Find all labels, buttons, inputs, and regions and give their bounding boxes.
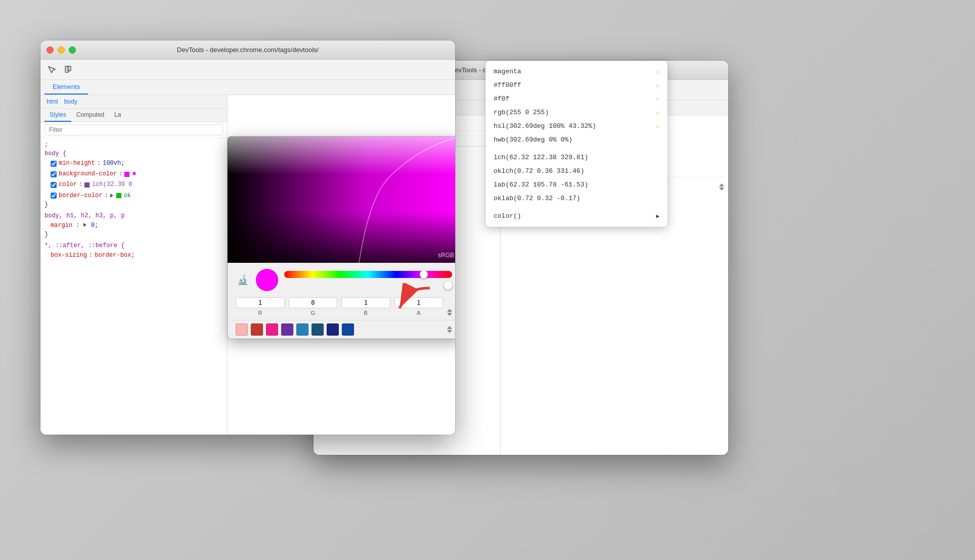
selector-body: body { (45, 150, 223, 157)
spin-up-back[interactable] (719, 183, 724, 186)
prop-name-min-height: min-height (59, 159, 95, 168)
format-item-color[interactable]: color() ▶ (485, 209, 668, 223)
label-r: R (258, 310, 262, 316)
swatch-2[interactable] (266, 323, 278, 336)
close-brace-body: } (45, 201, 223, 208)
checkbox-bg-color[interactable] (51, 171, 57, 177)
swatch-0[interactable] (236, 323, 248, 336)
rgba-field-r: R (236, 297, 285, 316)
checkbox-min-height[interactable] (51, 161, 57, 167)
format-item-hsl[interactable]: hsl(302.69deg 100% 43.32%) ⚠ (485, 119, 668, 133)
semicolon-separator: ; (45, 141, 223, 148)
subtab-computed[interactable]: Computed (71, 109, 109, 122)
prop-value-min-height: 100vh; (103, 159, 124, 168)
spin-down-swatches[interactable] (447, 330, 452, 333)
tabs-front: Elements (40, 80, 455, 95)
format-item-magenta[interactable]: magenta ⚠ (485, 65, 668, 78)
prop-border-color: border-color : ok (45, 191, 223, 201)
swatch-1[interactable] (251, 323, 263, 336)
minimize-button-front[interactable] (58, 46, 65, 54)
swatches-row (228, 320, 455, 339)
css-rules: ; body { min-height : 100vh; (40, 138, 227, 435)
format-item-lab[interactable]: lab(62.32 105.78 -61.53) (485, 178, 668, 192)
spin-down-back[interactable] (719, 188, 724, 191)
devtools-window-front: DevTools - developer.chrome.com/tags/dev… (40, 40, 455, 435)
toolbar-front (40, 60, 455, 80)
prop-value-color: lch(32.39 0 (92, 180, 132, 190)
prop-name-color: color (59, 180, 77, 190)
format-label-hwb: hwb(302.69deg 0% 0%) (494, 136, 572, 144)
input-b[interactable] (341, 297, 390, 308)
rgba-spinner[interactable] (447, 309, 452, 316)
warn-icon-f0f: ⚠ (656, 95, 659, 103)
device-icon-front[interactable] (61, 63, 75, 77)
prop-color: color : lch(32.39 0 (45, 179, 223, 190)
format-label-magenta: magenta (494, 68, 521, 75)
warn-icon-ff00ff: ⚠ (656, 81, 659, 89)
eyedropper-button[interactable]: 🔬 (236, 273, 250, 287)
selector-star: *, ::after, ::before { (45, 242, 223, 249)
format-item-rgb[interactable]: rgb(255 0 255) ⚠ (485, 106, 668, 119)
spin-up-rgba[interactable] (447, 309, 452, 312)
format-gap (485, 147, 668, 151)
inspect-icon-front[interactable] (45, 63, 59, 77)
swatch-3[interactable] (281, 323, 293, 336)
close-button-front[interactable] (47, 46, 54, 54)
prop-name-bg-color: background-color (59, 169, 117, 179)
format-arrow-color: ▶ (656, 213, 659, 219)
swatch-5[interactable] (312, 323, 324, 336)
format-item-oklab[interactable]: oklab(0.72 0.32 -0.17) (485, 192, 668, 205)
color-preview (256, 269, 278, 291)
format-item-hwb[interactable]: hwb(302.69deg 0% 0%) (485, 133, 668, 147)
format-label-lab: lab(62.32 105.78 -61.53) (494, 181, 588, 189)
subtab-layout[interactable]: La (109, 109, 126, 122)
spin-down-rgba[interactable] (447, 313, 452, 316)
format-label-oklch: oklch(0.72 0.36 331.46) (494, 167, 584, 175)
checkbox-border-color[interactable] (51, 193, 57, 199)
checkbox-color[interactable] (51, 182, 57, 188)
hue-thumb[interactable] (420, 270, 428, 278)
swatch-7[interactable] (342, 323, 354, 336)
breadcrumb-bar: html body (40, 95, 227, 109)
red-arrow-svg (394, 283, 435, 313)
rgba-field-b: B (341, 297, 390, 316)
breadcrumb-html[interactable]: html (45, 97, 60, 106)
css-rule-headings: body, h1, h2, h3, p, p margin : 0; } (45, 212, 223, 238)
breadcrumb-body[interactable]: body (62, 97, 79, 106)
swatch-4[interactable] (296, 323, 308, 336)
format-item-f0f[interactable]: #f0f ⚠ (485, 92, 668, 106)
filter-input[interactable] (45, 124, 223, 135)
color-swatch-lch[interactable] (84, 182, 90, 188)
input-r[interactable] (236, 297, 285, 308)
spin-up-swatches[interactable] (447, 326, 452, 329)
srgb-label: sRGB (438, 252, 454, 259)
format-item-ff00ff[interactable]: #ff00ff ⚠ (485, 78, 668, 92)
format-item-oklch[interactable]: oklch(0.72 0.36 331.46) (485, 164, 668, 178)
format-label-color: color() (494, 212, 521, 220)
alpha-thumb[interactable] (444, 282, 452, 290)
close-brace-headings: } (45, 231, 223, 238)
titlebar-front: DevTools - developer.chrome.com/tags/dev… (40, 40, 455, 60)
back-swatch-spinner[interactable] (719, 183, 724, 191)
prop-name-margin: margin (51, 222, 72, 229)
prop-box-sizing: box-sizing : border-box; (45, 250, 223, 261)
format-item-lch[interactable]: lch(62.32 122.38 329.81) (485, 151, 668, 164)
tab-elements-front[interactable]: Elements (45, 80, 88, 95)
prop-min-height: min-height : 100vh; (45, 158, 223, 169)
prop-name-border-color: border-color (59, 191, 102, 201)
css-rule-body: body { min-height : 100vh; backgrou (45, 150, 223, 208)
swatch-6[interactable] (327, 323, 339, 336)
window-controls-front[interactable] (47, 46, 76, 54)
triangle-margin[interactable] (83, 223, 86, 227)
hue-slider[interactable] (284, 271, 452, 278)
color-swatch-bg[interactable] (124, 172, 129, 177)
subtab-styles[interactable]: Styles (45, 109, 71, 122)
format-label-hsl: hsl(302.69deg 100% 43.32%) (494, 122, 596, 130)
label-g: G (311, 310, 315, 316)
swatches-spinner[interactable] (447, 326, 452, 333)
maximize-button-front[interactable] (69, 46, 76, 54)
input-g[interactable] (289, 297, 338, 308)
color-swatch-border[interactable] (116, 193, 121, 198)
triangle-border[interactable] (110, 194, 113, 198)
color-gradient[interactable]: sRGB (228, 136, 455, 263)
